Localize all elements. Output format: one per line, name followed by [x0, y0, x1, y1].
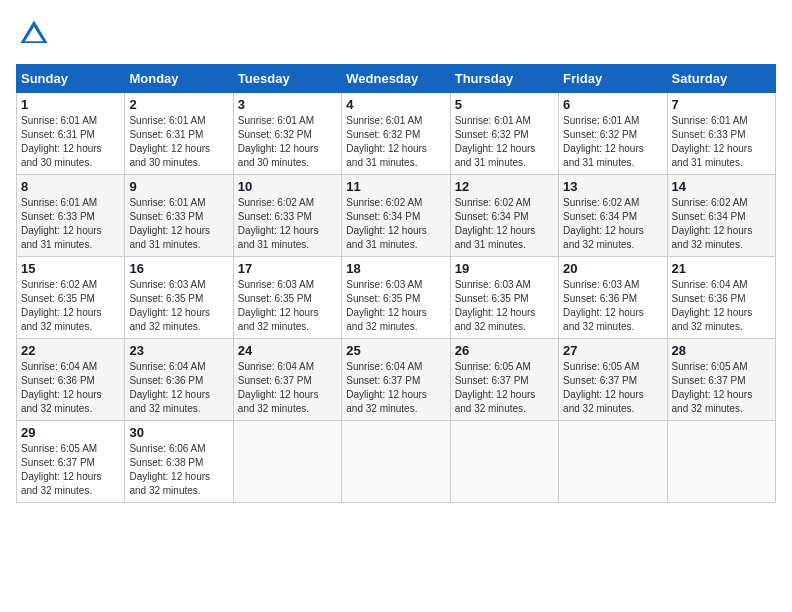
daylight-label: Daylight: 12 hours and 31 minutes. [346, 225, 427, 250]
sunrise-label: Sunrise: [238, 197, 275, 208]
sunset-label: Sunset: [563, 211, 597, 222]
day-number: 26 [455, 343, 554, 358]
sunrise-label: Sunrise: [672, 115, 709, 126]
day-number: 5 [455, 97, 554, 112]
calendar-day-cell: 5 Sunrise: 6:01 AM Sunset: 6:32 PM Dayli… [450, 93, 558, 175]
daylight-label: Daylight: 12 hours and 32 minutes. [455, 307, 536, 332]
sunrise-label: Sunrise: [21, 197, 58, 208]
day-info: Sunrise: 6:02 AM Sunset: 6:34 PM Dayligh… [672, 196, 771, 252]
sunset-label: Sunset: [238, 211, 272, 222]
calendar-week-row: 1 Sunrise: 6:01 AM Sunset: 6:31 PM Dayli… [17, 93, 776, 175]
calendar-week-row: 8 Sunrise: 6:01 AM Sunset: 6:33 PM Dayli… [17, 175, 776, 257]
sunrise-label: Sunrise: [455, 197, 492, 208]
day-info: Sunrise: 6:03 AM Sunset: 6:35 PM Dayligh… [238, 278, 337, 334]
sunrise-label: Sunrise: [238, 279, 275, 290]
calendar: SundayMondayTuesdayWednesdayThursdayFrid… [16, 64, 776, 503]
day-info: Sunrise: 6:03 AM Sunset: 6:35 PM Dayligh… [455, 278, 554, 334]
sunrise-label: Sunrise: [129, 279, 166, 290]
daylight-label: Daylight: 12 hours and 32 minutes. [672, 389, 753, 414]
day-info: Sunrise: 6:04 AM Sunset: 6:37 PM Dayligh… [238, 360, 337, 416]
sunset-label: Sunset: [129, 457, 163, 468]
day-info: Sunrise: 6:04 AM Sunset: 6:36 PM Dayligh… [129, 360, 228, 416]
calendar-day-cell: 3 Sunrise: 6:01 AM Sunset: 6:32 PM Dayli… [233, 93, 341, 175]
sunset-label: Sunset: [346, 129, 380, 140]
calendar-day-cell: 30 Sunrise: 6:06 AM Sunset: 6:38 PM Dayl… [125, 421, 233, 503]
day-number: 23 [129, 343, 228, 358]
daylight-label: Daylight: 12 hours and 31 minutes. [21, 225, 102, 250]
daylight-label: Daylight: 12 hours and 32 minutes. [346, 307, 427, 332]
calendar-day-cell: 24 Sunrise: 6:04 AM Sunset: 6:37 PM Dayl… [233, 339, 341, 421]
daylight-label: Daylight: 12 hours and 32 minutes. [563, 307, 644, 332]
daylight-label: Daylight: 12 hours and 32 minutes. [563, 225, 644, 250]
calendar-day-cell: 19 Sunrise: 6:03 AM Sunset: 6:35 PM Dayl… [450, 257, 558, 339]
day-number: 6 [563, 97, 662, 112]
calendar-day-cell: 12 Sunrise: 6:02 AM Sunset: 6:34 PM Dayl… [450, 175, 558, 257]
day-info: Sunrise: 6:02 AM Sunset: 6:34 PM Dayligh… [455, 196, 554, 252]
day-number: 16 [129, 261, 228, 276]
sunrise-label: Sunrise: [238, 361, 275, 372]
calendar-week-row: 15 Sunrise: 6:02 AM Sunset: 6:35 PM Dayl… [17, 257, 776, 339]
sunrise-label: Sunrise: [21, 361, 58, 372]
day-info: Sunrise: 6:01 AM Sunset: 6:33 PM Dayligh… [672, 114, 771, 170]
day-info: Sunrise: 6:04 AM Sunset: 6:36 PM Dayligh… [672, 278, 771, 334]
daylight-label: Daylight: 12 hours and 30 minutes. [238, 143, 319, 168]
weekday-header-cell: Friday [559, 65, 667, 93]
sunrise-label: Sunrise: [21, 443, 58, 454]
calendar-day-cell: 23 Sunrise: 6:04 AM Sunset: 6:36 PM Dayl… [125, 339, 233, 421]
calendar-day-cell: 18 Sunrise: 6:03 AM Sunset: 6:35 PM Dayl… [342, 257, 450, 339]
sunset-label: Sunset: [129, 293, 163, 304]
day-number: 13 [563, 179, 662, 194]
daylight-label: Daylight: 12 hours and 32 minutes. [238, 389, 319, 414]
day-info: Sunrise: 6:01 AM Sunset: 6:32 PM Dayligh… [346, 114, 445, 170]
day-info: Sunrise: 6:01 AM Sunset: 6:31 PM Dayligh… [21, 114, 120, 170]
sunrise-label: Sunrise: [672, 279, 709, 290]
daylight-label: Daylight: 12 hours and 32 minutes. [672, 225, 753, 250]
day-number: 30 [129, 425, 228, 440]
sunset-label: Sunset: [21, 211, 55, 222]
sunset-label: Sunset: [346, 293, 380, 304]
day-number: 22 [21, 343, 120, 358]
day-number: 1 [21, 97, 120, 112]
day-info: Sunrise: 6:06 AM Sunset: 6:38 PM Dayligh… [129, 442, 228, 498]
daylight-label: Daylight: 12 hours and 31 minutes. [672, 143, 753, 168]
daylight-label: Daylight: 12 hours and 31 minutes. [455, 143, 536, 168]
sunrise-label: Sunrise: [455, 115, 492, 126]
sunset-label: Sunset: [563, 375, 597, 386]
weekday-header-row: SundayMondayTuesdayWednesdayThursdayFrid… [17, 65, 776, 93]
sunset-label: Sunset: [21, 129, 55, 140]
sunset-label: Sunset: [455, 129, 489, 140]
day-number: 14 [672, 179, 771, 194]
calendar-day-cell: 27 Sunrise: 6:05 AM Sunset: 6:37 PM Dayl… [559, 339, 667, 421]
sunset-label: Sunset: [563, 293, 597, 304]
sunset-label: Sunset: [455, 293, 489, 304]
day-number: 28 [672, 343, 771, 358]
day-info: Sunrise: 6:01 AM Sunset: 6:33 PM Dayligh… [129, 196, 228, 252]
day-info: Sunrise: 6:01 AM Sunset: 6:32 PM Dayligh… [455, 114, 554, 170]
calendar-day-cell: 7 Sunrise: 6:01 AM Sunset: 6:33 PM Dayli… [667, 93, 775, 175]
weekday-header-cell: Monday [125, 65, 233, 93]
sunset-label: Sunset: [563, 129, 597, 140]
calendar-day-cell: 20 Sunrise: 6:03 AM Sunset: 6:36 PM Dayl… [559, 257, 667, 339]
day-info: Sunrise: 6:04 AM Sunset: 6:37 PM Dayligh… [346, 360, 445, 416]
day-info: Sunrise: 6:04 AM Sunset: 6:36 PM Dayligh… [21, 360, 120, 416]
daylight-label: Daylight: 12 hours and 31 minutes. [563, 143, 644, 168]
daylight-label: Daylight: 12 hours and 30 minutes. [21, 143, 102, 168]
calendar-day-cell: 17 Sunrise: 6:03 AM Sunset: 6:35 PM Dayl… [233, 257, 341, 339]
daylight-label: Daylight: 12 hours and 31 minutes. [455, 225, 536, 250]
calendar-day-cell: 2 Sunrise: 6:01 AM Sunset: 6:31 PM Dayli… [125, 93, 233, 175]
day-info: Sunrise: 6:03 AM Sunset: 6:35 PM Dayligh… [129, 278, 228, 334]
calendar-day-cell [233, 421, 341, 503]
day-number: 2 [129, 97, 228, 112]
calendar-day-cell: 25 Sunrise: 6:04 AM Sunset: 6:37 PM Dayl… [342, 339, 450, 421]
daylight-label: Daylight: 12 hours and 30 minutes. [129, 143, 210, 168]
sunset-label: Sunset: [238, 129, 272, 140]
sunset-label: Sunset: [455, 211, 489, 222]
sunset-label: Sunset: [346, 211, 380, 222]
daylight-label: Daylight: 12 hours and 32 minutes. [21, 471, 102, 496]
sunset-label: Sunset: [455, 375, 489, 386]
day-number: 27 [563, 343, 662, 358]
calendar-day-cell: 26 Sunrise: 6:05 AM Sunset: 6:37 PM Dayl… [450, 339, 558, 421]
calendar-day-cell: 15 Sunrise: 6:02 AM Sunset: 6:35 PM Dayl… [17, 257, 125, 339]
daylight-label: Daylight: 12 hours and 31 minutes. [129, 225, 210, 250]
day-number: 15 [21, 261, 120, 276]
